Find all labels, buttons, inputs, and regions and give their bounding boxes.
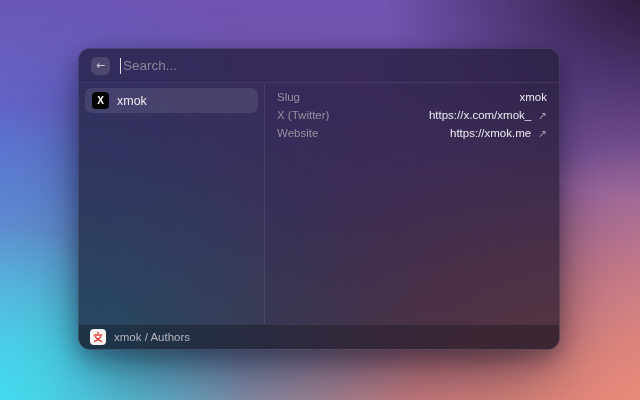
detail-row-twitter: X (Twitter) https://x.com/xmok_ ↗	[277, 109, 547, 121]
list-item-xmok[interactable]: X xmok	[85, 88, 258, 113]
text-caret	[120, 58, 121, 74]
external-link-icon: ↗	[538, 109, 547, 121]
breadcrumb: xmok / Authors	[114, 331, 190, 343]
list-item-label: xmok	[117, 94, 147, 108]
website-link[interactable]: https://xmok.me ↗	[450, 127, 547, 139]
twitter-link[interactable]: https://x.com/xmok_ ↗	[429, 109, 547, 121]
detail-value-website: https://xmok.me	[450, 127, 531, 139]
content-area: X xmok Slug xmok X (Twitter) https://x.c…	[79, 83, 559, 324]
detail-row-slug: Slug xmok	[277, 91, 547, 103]
detail-row-website: Website https://xmok.me ↗	[277, 127, 547, 139]
extension-icon	[90, 329, 106, 345]
detail-value-twitter: https://x.com/xmok_	[429, 109, 531, 121]
detail-label: X (Twitter)	[277, 109, 329, 121]
search-field	[120, 49, 547, 82]
status-bar: xmok / Authors	[79, 324, 559, 349]
desktop-background: ← X xmok Slug xmok	[0, 0, 640, 400]
detail-label: Website	[277, 127, 318, 139]
command-palette-window: ← X xmok Slug xmok	[78, 48, 560, 350]
back-button[interactable]: ←	[91, 57, 110, 75]
detail-value-slug: xmok	[520, 91, 547, 103]
search-input[interactable]	[120, 58, 547, 73]
x-twitter-logo-icon: X	[92, 92, 109, 109]
external-link-icon: ↗	[538, 127, 547, 139]
results-list: X xmok	[79, 83, 265, 324]
detail-panel: Slug xmok X (Twitter) https://x.com/xmok…	[265, 83, 559, 324]
arrow-left-icon: ←	[96, 59, 105, 72]
wen-character-icon	[92, 331, 104, 343]
search-bar: ←	[79, 49, 559, 83]
detail-label: Slug	[277, 91, 300, 103]
